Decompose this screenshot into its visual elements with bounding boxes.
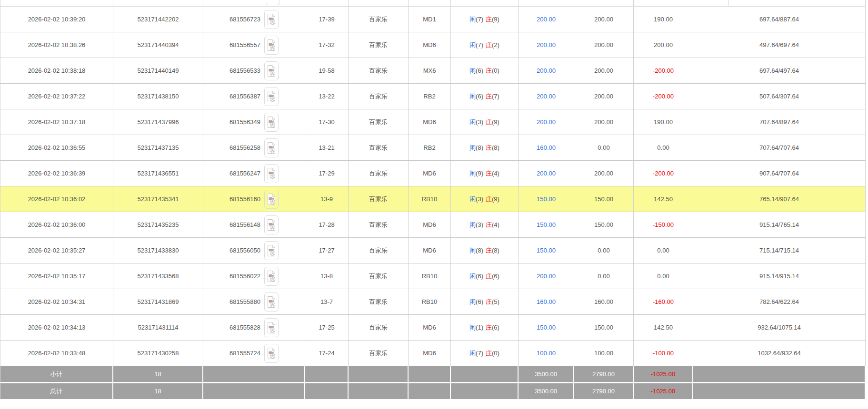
video-replay-button[interactable] — [264, 267, 279, 286]
balance — [693, 0, 866, 6]
order-number: 523171437996 — [113, 109, 203, 135]
player-points: (3) — [476, 195, 483, 203]
video-file-icon — [267, 347, 276, 360]
empty-cell — [203, 383, 305, 399]
order-number: 523171431869 — [113, 289, 203, 314]
game-result: 闲(6)庄(6) — [451, 263, 519, 289]
table-round: 13-21 — [305, 135, 349, 160]
valid-amount: 200.00 — [574, 84, 634, 109]
table-row[interactable]: 2026-02-02 10:36:39523171436551681556247… — [0, 161, 866, 186]
table-row[interactable]: 2026-02-02 10:35:17523171433568681556022… — [0, 263, 866, 289]
banker-points: (8) — [492, 247, 499, 254]
table-row[interactable]: 2026-02-02 10:34:13523171431114681555828… — [0, 315, 866, 341]
video-replay-button[interactable] — [264, 292, 279, 312]
video-replay-button[interactable] — [264, 190, 279, 209]
video-replay-button[interactable] — [264, 164, 279, 183]
bet-amount: 200.00 — [519, 84, 574, 109]
total-row-label: 总计 — [0, 383, 113, 399]
win-loss-total: -1025.00 — [634, 383, 693, 399]
win-loss-amount: 142.50 — [634, 186, 693, 212]
table-round: 19-58 — [305, 58, 349, 83]
game-result: 闲(6)庄(5) — [451, 289, 519, 314]
valid-amount: 200.00 — [574, 32, 634, 58]
game-result: 闲(1)庄(6) — [451, 315, 519, 340]
win-loss-amount: 190.00 — [634, 7, 693, 32]
table-row[interactable]: 2026-02-02 10:38:18523171440149681556533… — [0, 58, 866, 84]
video-replay-button-clipped — [266, 0, 280, 5]
valid-amount: 0.00 — [574, 263, 634, 289]
table-row[interactable]: 2026-02-02 10:35:27523171433830681556050… — [0, 238, 866, 263]
player-points: (9) — [476, 170, 483, 177]
empty-cell — [409, 383, 451, 399]
banker-label: 庄 — [486, 349, 492, 358]
video-replay-button[interactable] — [264, 36, 279, 55]
subtotal-row: 小计183500.002790.00-1025.00 — [0, 366, 866, 382]
video-file-icon — [267, 193, 276, 205]
table-round: 17-39 — [305, 7, 349, 32]
table-row[interactable]: 2026-02-02 10:33:48523171430258681555724… — [0, 341, 866, 366]
bet-total: 3500.00 — [519, 366, 574, 382]
empty-cell — [349, 383, 409, 399]
banker-label: 庄 — [486, 323, 492, 332]
valid-amount: 200.00 — [574, 58, 634, 83]
order-number: 523171438150 — [113, 84, 203, 109]
bet-time: 2026-02-02 10:35:17 — [0, 263, 113, 289]
banker-label: 庄 — [486, 41, 492, 49]
bet-time: 2026-02-02 10:37:18 — [0, 109, 113, 135]
balance: 765.14/907.64 — [693, 186, 866, 212]
game-type: 百家乐 — [349, 315, 409, 340]
table-row[interactable]: 2026-02-02 10:37:22523171438150681556387… — [0, 84, 866, 109]
game-result: 闲(7)庄(0) — [451, 341, 519, 366]
game-result: 闲(7)庄(9) — [451, 7, 519, 32]
video-file-icon — [267, 90, 276, 103]
player-points: (3) — [476, 118, 483, 126]
video-replay-button[interactable] — [264, 87, 279, 106]
game-number-text: 681556148 — [229, 221, 260, 228]
game-type — [349, 0, 409, 6]
video-replay-button[interactable] — [264, 215, 279, 234]
valid-amount: 0.00 — [574, 135, 634, 160]
table-row[interactable]: 2026-02-02 10:37:18523171437996681556349… — [0, 109, 866, 135]
order-number: 523171431114 — [113, 315, 203, 340]
empty-cell — [203, 366, 305, 382]
player-label: 闲 — [469, 323, 476, 332]
video-replay-button[interactable] — [264, 138, 279, 157]
bet-time: 2026-02-02 10:33:48 — [0, 341, 113, 366]
order-number: 523171436551 — [113, 161, 203, 186]
order-number: 523171440149 — [113, 58, 203, 83]
game-number-text: 681556247 — [229, 170, 260, 177]
valid-amount: 150.00 — [574, 212, 634, 237]
video-replay-button[interactable] — [264, 344, 279, 363]
valid-amount: 160.00 — [574, 289, 634, 314]
banker-points: (2) — [492, 41, 499, 49]
table-row[interactable]: 2026-02-02 10:36:55523171437135681556258… — [0, 135, 866, 161]
banker-points: (7) — [492, 93, 499, 100]
video-replay-button[interactable] — [264, 241, 279, 260]
table-row[interactable]: 2026-02-02 10:36:00523171435235681556148… — [0, 212, 866, 238]
win-loss-amount: -200.00 — [634, 58, 693, 83]
video-replay-button[interactable] — [264, 61, 279, 80]
table-row[interactable]: 2026-02-02 10:34:31523171431869681555880… — [0, 289, 866, 315]
game-type: 百家乐 — [349, 289, 409, 314]
balance: 1032.64/932.64 — [693, 341, 866, 366]
game-result: 闲(6)庄(7) — [451, 84, 519, 109]
player-points: (6) — [476, 298, 483, 305]
video-file-icon — [267, 65, 276, 77]
empty-cell — [693, 366, 866, 382]
video-replay-button[interactable] — [264, 10, 279, 29]
table-row[interactable]: 2026-02-02 10:39:20523171442202681556723… — [0, 7, 866, 32]
banker-points: (6) — [492, 273, 499, 280]
balance: 715.14/715.14 — [693, 238, 866, 263]
video-replay-button[interactable] — [264, 318, 279, 337]
balance: 782.64/622.64 — [693, 289, 866, 314]
empty-cell — [305, 366, 349, 382]
table-row[interactable]: 2026-02-02 10:38:26523171440394681556557… — [0, 32, 866, 58]
player-points: (7) — [476, 16, 483, 23]
table-row[interactable]: 2026-02-02 10:36:02523171435341681556160… — [0, 186, 866, 212]
banker-points: (8) — [492, 144, 499, 151]
bet-amount — [519, 0, 574, 6]
video-replay-button[interactable] — [264, 113, 279, 132]
game-type: 百家乐 — [349, 32, 409, 58]
empty-cell — [451, 366, 519, 382]
valid-amount: 200.00 — [574, 109, 634, 135]
